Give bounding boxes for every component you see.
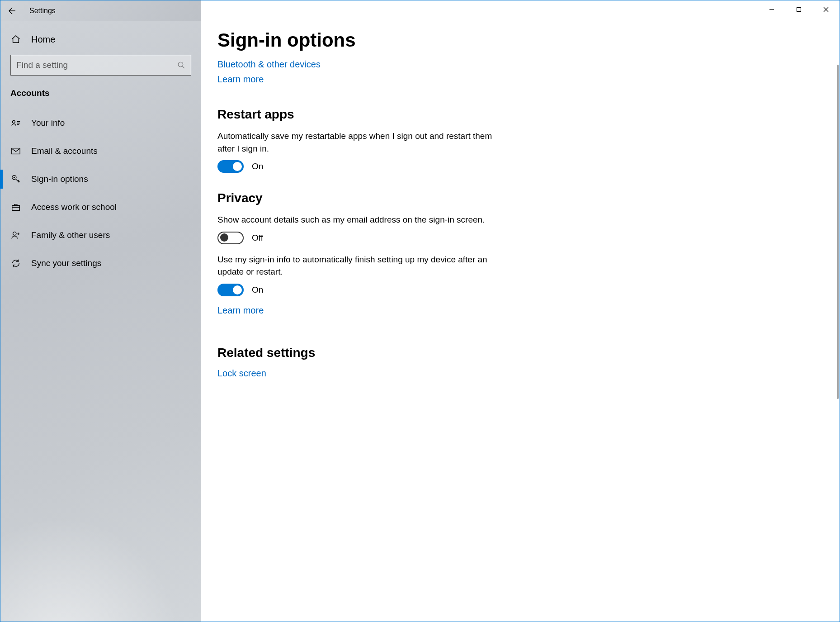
nav-email-accounts[interactable]: Email & accounts <box>0 137 201 165</box>
nav-item-label: Sign-in options <box>31 174 88 184</box>
link-lock-screen[interactable]: Lock screen <box>217 368 266 379</box>
home-label: Home <box>31 34 55 45</box>
category-label: Accounts <box>0 80 201 103</box>
title-bar-right <box>201 0 840 21</box>
toggle-show-account-state: Off <box>252 233 263 243</box>
search-icon <box>177 61 185 69</box>
scrollbar-thumb[interactable] <box>837 65 839 399</box>
toggle-restart-apps[interactable] <box>217 160 244 173</box>
privacy-use-signin-desc: Use my sign-in info to automatically fin… <box>217 253 493 278</box>
scrollbar[interactable] <box>835 65 840 622</box>
toggle-restart-apps-state: On <box>252 161 263 171</box>
section-heading-related: Related settings <box>217 346 821 360</box>
home-icon <box>10 34 21 45</box>
search-input[interactable] <box>16 60 177 70</box>
nav-item-label: Your info <box>31 118 65 128</box>
content-pane: Sign-in options Bluetooth & other device… <box>201 21 840 622</box>
close-icon <box>823 7 829 12</box>
section-heading-restart-apps: Restart apps <box>217 107 821 122</box>
maximize-button[interactable] <box>785 0 812 19</box>
minimize-button[interactable] <box>758 0 785 19</box>
person-card-icon <box>10 118 21 128</box>
nav-item-label: Family & other users <box>31 230 110 240</box>
sidebar: Home Accounts Your info <box>0 21 201 622</box>
link-learn-more[interactable]: Learn more <box>217 74 264 85</box>
title-bar: Settings <box>0 0 840 21</box>
nav-item-label: Sync your settings <box>31 258 101 268</box>
privacy-show-account-desc: Show account details such as my email ad… <box>217 214 493 226</box>
briefcase-icon <box>10 202 21 213</box>
svg-point-12 <box>14 177 15 178</box>
toggle-use-signin-info[interactable] <box>217 284 244 296</box>
svg-rect-10 <box>12 148 20 154</box>
section-heading-privacy: Privacy <box>217 191 821 205</box>
sync-icon <box>10 258 21 269</box>
back-button[interactable] <box>0 0 22 21</box>
nav-item-label: Email & accounts <box>31 146 98 156</box>
nav-list: Your info Email & accounts Sign-in optio… <box>0 109 201 277</box>
minimize-icon <box>769 7 774 12</box>
svg-rect-1 <box>797 8 801 12</box>
link-bluetooth-devices[interactable]: Bluetooth & other devices <box>217 59 321 70</box>
window-controls <box>758 0 840 19</box>
svg-rect-13 <box>12 205 20 210</box>
home-nav[interactable]: Home <box>0 26 201 53</box>
arrow-left-icon <box>7 6 16 15</box>
link-privacy-learn-more[interactable]: Learn more <box>217 305 264 316</box>
nav-family-users[interactable]: Family & other users <box>0 221 201 249</box>
nav-your-info[interactable]: Your info <box>0 109 201 137</box>
people-icon <box>10 230 21 241</box>
search-box[interactable] <box>10 55 191 76</box>
maximize-icon <box>796 7 802 12</box>
nav-access-work-school[interactable]: Access work or school <box>0 193 201 221</box>
toggle-show-account-details[interactable] <box>217 232 244 244</box>
title-bar-left: Settings <box>0 0 201 21</box>
page-title: Sign-in options <box>217 29 821 51</box>
app-title: Settings <box>29 7 56 15</box>
close-button[interactable] <box>812 0 840 19</box>
svg-point-15 <box>13 232 16 235</box>
svg-line-5 <box>182 66 184 68</box>
nav-item-label: Access work or school <box>31 202 117 212</box>
mail-icon <box>10 146 21 157</box>
nav-sync-settings[interactable]: Sync your settings <box>0 249 201 277</box>
svg-point-6 <box>12 120 15 123</box>
toggle-use-signin-state: On <box>252 285 263 295</box>
svg-point-4 <box>178 62 183 67</box>
nav-sign-in-options[interactable]: Sign-in options <box>0 165 201 193</box>
restart-apps-description: Automatically save my restartable apps w… <box>217 130 493 155</box>
key-icon <box>10 174 21 185</box>
